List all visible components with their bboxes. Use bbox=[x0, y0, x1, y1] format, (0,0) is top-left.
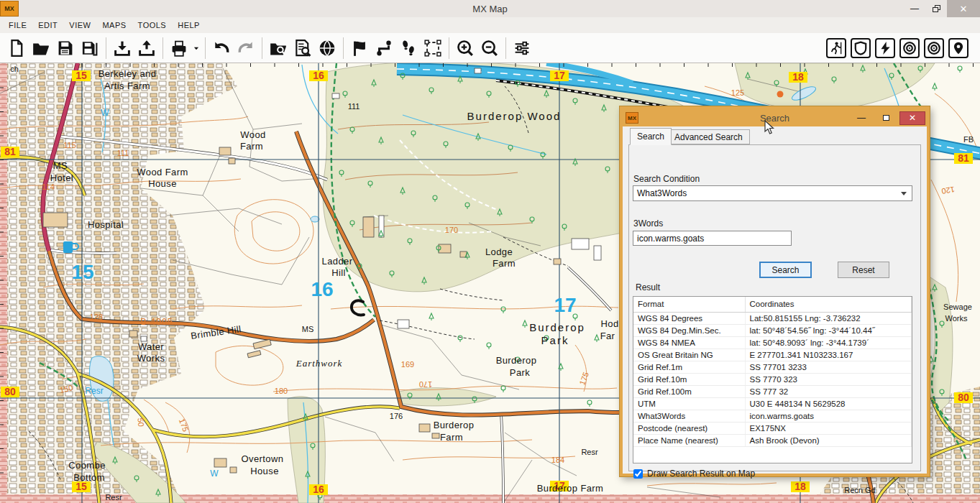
import-button[interactable] bbox=[110, 36, 134, 60]
svg-text:Farm: Farm bbox=[493, 258, 516, 269]
open-folder-button[interactable] bbox=[29, 36, 53, 60]
location-pin-button[interactable] bbox=[948, 38, 968, 58]
tab-search[interactable]: Search bbox=[630, 128, 672, 145]
export-icon bbox=[137, 39, 156, 57]
selection-box-icon bbox=[423, 39, 442, 57]
result-row[interactable]: OS Great Britain NGE 277701.341 N103233.… bbox=[633, 349, 912, 361]
svg-text:Lodge: Lodge bbox=[485, 246, 513, 257]
lightning-button[interactable] bbox=[875, 38, 895, 58]
print-dropdown-caret-icon bbox=[191, 39, 201, 57]
open-folder-icon bbox=[32, 39, 50, 57]
svg-text:House: House bbox=[148, 178, 177, 189]
svg-text:Wood Farm: Wood Farm bbox=[137, 167, 188, 177]
export-button[interactable] bbox=[134, 36, 159, 60]
svg-text:FB: FB bbox=[963, 135, 974, 144]
result-row[interactable]: Grid Ref.10mSS 7770 323 bbox=[633, 373, 912, 385]
dialog-minimize-button[interactable]: — bbox=[851, 111, 872, 125]
svg-text:111: 111 bbox=[117, 149, 129, 157]
search-folder-button[interactable] bbox=[266, 36, 290, 60]
result-table[interactable]: FormatCoordinates WGS 84 DegreesLat:50.8… bbox=[633, 296, 912, 463]
search-button[interactable]: Search bbox=[759, 262, 812, 278]
gps-walker-icon bbox=[829, 41, 843, 55]
zoom-out-button[interactable] bbox=[477, 36, 502, 60]
menu-item-view[interactable]: VIEW bbox=[63, 19, 96, 32]
gps-walker-button[interactable] bbox=[826, 38, 846, 58]
svg-text:Burderop: Burderop bbox=[529, 321, 585, 333]
words-label: 3Words bbox=[633, 218, 663, 229]
save-as-button[interactable] bbox=[78, 36, 102, 60]
shield-icon bbox=[853, 41, 868, 55]
svg-text:Coombe: Coombe bbox=[68, 460, 106, 471]
svg-text:18: 18 bbox=[794, 481, 806, 492]
close-button[interactable]: ✕ bbox=[947, 0, 980, 17]
target2-button[interactable] bbox=[924, 38, 944, 58]
result-column-header[interactable]: Coordinates bbox=[745, 297, 912, 312]
zoom-in-icon bbox=[456, 39, 475, 57]
draw-result-checkbox[interactable] bbox=[633, 469, 643, 479]
dialog-close-button[interactable]: ✕ bbox=[899, 111, 925, 125]
window-title: MX Map bbox=[0, 4, 980, 14]
route-button[interactable] bbox=[372, 36, 396, 60]
svg-text:176: 176 bbox=[390, 412, 403, 420]
mx-map-window: MX MX Map — ✕ FILEEDITVIEWMAPSTOOLSHELP bbox=[0, 0, 980, 503]
menu-item-tools[interactable]: TOOLS bbox=[132, 19, 173, 32]
print-button[interactable] bbox=[167, 36, 191, 60]
result-column-header[interactable]: Format bbox=[633, 297, 745, 312]
result-row[interactable]: Grid Ref.100mSS 777 32 bbox=[633, 385, 912, 397]
svg-text:Recn Gd: Recn Gd bbox=[844, 486, 875, 494]
toolbar-separator bbox=[106, 37, 106, 59]
svg-text:Resr: Resr bbox=[581, 448, 598, 456]
tab-advanced-search[interactable]: Advanced Search bbox=[667, 129, 750, 144]
result-row[interactable]: WGS 84 Deg.Min.Sec.lat: 50°48´54.56˝ lng… bbox=[633, 324, 912, 336]
search-dialog: MX Search — ✕ Search Advanced Search Sea… bbox=[620, 106, 930, 476]
result-row[interactable]: What3Wordsicon.warms.goats bbox=[633, 410, 912, 422]
print-dropdown-caret-button[interactable] bbox=[191, 36, 201, 60]
svg-text:House: House bbox=[250, 466, 279, 476]
svg-text:15: 15 bbox=[71, 261, 93, 283]
result-row[interactable]: Place Name (nearest)Ash Brook (Devon) bbox=[633, 434, 912, 446]
zoom-in-button[interactable] bbox=[453, 36, 477, 60]
undo-button[interactable] bbox=[209, 36, 234, 60]
footprints-button[interactable] bbox=[396, 36, 421, 60]
svg-text:184: 184 bbox=[551, 456, 564, 464]
minimize-button[interactable]: — bbox=[904, 0, 925, 17]
reset-button[interactable]: Reset bbox=[838, 262, 889, 278]
result-row[interactable]: Postcode (nearest)EX175NX bbox=[633, 422, 912, 434]
target-button[interactable] bbox=[899, 38, 920, 58]
flag-icon bbox=[350, 39, 369, 57]
selection-box-button[interactable] bbox=[421, 36, 445, 60]
flag-button[interactable] bbox=[347, 36, 372, 60]
svg-text:Wood: Wood bbox=[240, 129, 265, 140]
search-document-button[interactable] bbox=[290, 36, 315, 60]
menu-item-file[interactable]: FILE bbox=[3, 19, 32, 32]
result-row[interactable]: WGS 84 DegreesLat:50.815155 Lng: -3.7362… bbox=[633, 312, 912, 324]
restore-button[interactable] bbox=[925, 0, 947, 17]
new-document-button[interactable] bbox=[4, 36, 29, 60]
svg-text:Far: Far bbox=[600, 331, 615, 341]
menubar: FILEEDITVIEWMAPSTOOLSHELP bbox=[0, 17, 980, 33]
svg-text:Bottom: Bottom bbox=[73, 472, 105, 483]
toolbar bbox=[0, 33, 980, 63]
svg-text:Burderop Farm: Burderop Farm bbox=[537, 483, 604, 494]
words-input[interactable]: icon.warms.goats bbox=[633, 231, 792, 246]
svg-text:Farm: Farm bbox=[240, 141, 263, 152]
settings-sliders-button[interactable] bbox=[510, 36, 534, 60]
svg-text:Hod: Hod bbox=[600, 318, 618, 329]
svg-text:Park: Park bbox=[541, 334, 569, 346]
shield-button[interactable] bbox=[851, 38, 871, 58]
search-condition-select[interactable]: What3Words bbox=[633, 185, 912, 201]
svg-text:W: W bbox=[101, 108, 109, 118]
result-row[interactable]: WGS 84 NMEAlat: 50°48.9093´ lng: -3°44.1… bbox=[633, 336, 912, 349]
save-button[interactable] bbox=[53, 36, 78, 60]
menu-item-maps[interactable]: MAPS bbox=[96, 19, 132, 32]
svg-text:ch: ch bbox=[10, 65, 19, 73]
result-row[interactable]: UTMU30 E 448134 N 5629528 bbox=[633, 397, 912, 410]
globe-button[interactable] bbox=[315, 36, 339, 60]
dialog-maximize-button[interactable] bbox=[875, 111, 897, 125]
dialog-body: Search Advanced Search Search Condition … bbox=[623, 126, 927, 474]
menu-item-help[interactable]: HELP bbox=[172, 19, 206, 32]
menu-item-edit[interactable]: EDIT bbox=[32, 19, 63, 32]
svg-text:80: 80 bbox=[958, 392, 969, 403]
redo-button[interactable] bbox=[234, 36, 258, 60]
result-row[interactable]: Grid Ref.1mSS 77701 3233 bbox=[633, 361, 912, 373]
